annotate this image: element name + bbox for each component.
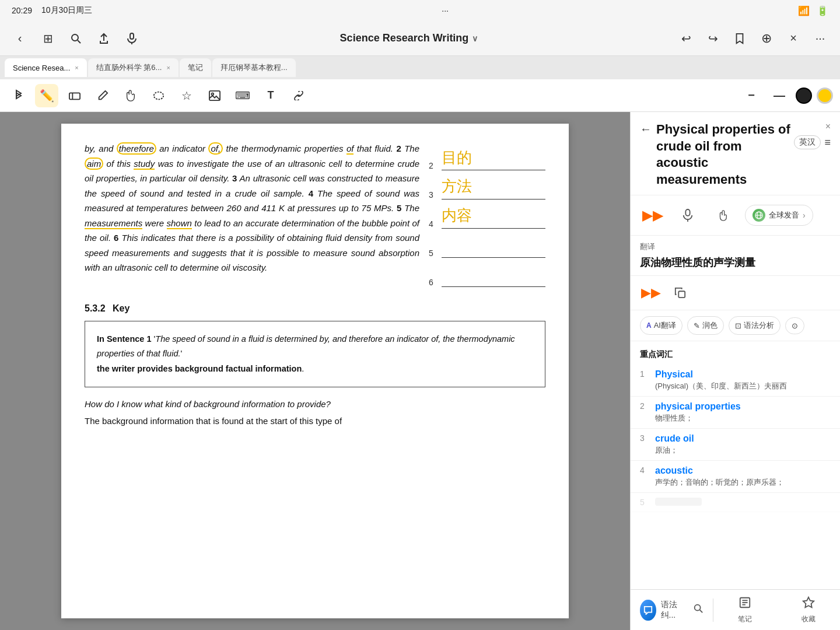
- tab-notes[interactable]: 笔记: [180, 58, 211, 77]
- tab-science-research[interactable]: Science Resea... ×: [5, 58, 87, 77]
- main-text-body: by, and therefore an indicator of, the t…: [85, 141, 419, 275]
- tab-label: 拜厄钢琴基本教程...: [220, 62, 288, 73]
- eraser-btn[interactable]: [63, 84, 86, 107]
- pen-btn[interactable]: [91, 84, 114, 107]
- svg-rect-8: [685, 209, 690, 216]
- vocab-num-3: 3: [640, 433, 649, 443]
- search-button[interactable]: [65, 28, 86, 49]
- hand-gesture-button[interactable]: [710, 202, 736, 228]
- text-thermo: the thermodynamic properties: [223, 144, 346, 153]
- vocab-meaning-3: 原油；: [655, 445, 831, 456]
- copy-translation-button[interactable]: [669, 282, 691, 304]
- svg-point-0: [72, 34, 78, 41]
- circled-aim: aim: [85, 158, 103, 170]
- underlined-study: study: [134, 159, 155, 170]
- right-panel: ← Physical properties of crude oil from …: [630, 112, 840, 630]
- top-toolbar: ‹ ⊞ Science Research Writing ∨ ↩ ↪ ⊕ × ·…: [0, 21, 840, 56]
- playback-row: ▶▶: [631, 276, 840, 310]
- date: 10月30日周三: [41, 5, 92, 16]
- vocab-word-4[interactable]: acoustic: [655, 466, 831, 476]
- ai-icon: A: [646, 321, 652, 330]
- vocab-label: 重点词汇: [631, 347, 840, 365]
- normal-para: The background information that is found…: [85, 414, 545, 429]
- color-black-btn[interactable]: [796, 88, 812, 104]
- bottom-search-area[interactable]: 语法纠...: [631, 590, 713, 630]
- vocab-num-4: 4: [640, 466, 649, 475]
- search-icon[interactable]: [693, 603, 704, 617]
- vocab-item-4[interactable]: 4 acoustic 声学的；音响的；听觉的；原声乐器；: [631, 461, 840, 493]
- tab-piano[interactable]: 拜厄钢琴基本教程...: [212, 58, 296, 77]
- text-btn[interactable]: T: [259, 84, 282, 107]
- play-translation-button[interactable]: ▶▶: [640, 282, 662, 304]
- text-by: by, and: [85, 144, 117, 153]
- vocab-word-1[interactable]: Physical: [655, 369, 831, 380]
- color-yellow-btn[interactable]: [817, 88, 833, 104]
- close-button[interactable]: ×: [783, 28, 804, 49]
- collect-label: 收藏: [802, 614, 816, 624]
- extra-feature-button[interactable]: ⊙: [785, 317, 804, 334]
- vocab-section: 重点词汇 1 Physical (Physical)（美、印度、新西兰）夫丽西 …: [631, 341, 840, 589]
- tab-close-icon[interactable]: ×: [75, 64, 78, 71]
- link-btn[interactable]: [287, 84, 310, 107]
- right-column: 2 目的 3 方法 4 内容 5: [429, 141, 545, 289]
- image-btn[interactable]: [203, 84, 226, 107]
- undo-button[interactable]: ↩: [676, 28, 696, 49]
- svg-rect-2: [130, 33, 134, 39]
- polish-button[interactable]: ✎ 润色: [687, 316, 724, 335]
- global-voice-button[interactable]: 全球发音 ›: [745, 205, 813, 226]
- underlined-shown: shown: [167, 218, 192, 229]
- global-voice-label: 全球发音: [769, 210, 799, 220]
- svg-rect-12: [678, 292, 685, 298]
- tab-close-icon[interactable]: ×: [166, 64, 170, 71]
- settings-icon[interactable]: ≡: [824, 136, 831, 149]
- minus-btn[interactable]: −: [740, 84, 763, 107]
- bookmark-button[interactable]: [729, 28, 750, 49]
- highlight-btn[interactable]: ✏️: [35, 84, 58, 107]
- tab-label: 结直肠外科学 第6...: [96, 62, 162, 73]
- document-title: Science Research Writing: [340, 32, 469, 44]
- mic-button[interactable]: [121, 28, 142, 49]
- collect-tab-button[interactable]: 收藏: [776, 590, 840, 630]
- collect-icon: [802, 596, 815, 612]
- svg-rect-3: [69, 93, 80, 99]
- key-box: In Sentence 1 'The speed of sound in a f…: [85, 321, 545, 387]
- share-button[interactable]: [93, 28, 114, 49]
- hand-btn[interactable]: [119, 84, 142, 107]
- vocab-num-2: 2: [640, 401, 649, 411]
- redo-button[interactable]: ↪: [702, 28, 723, 49]
- vocab-item-2[interactable]: 2 physical properties 物理性质；: [631, 397, 840, 429]
- play-audio-button[interactable]: ▶▶: [640, 202, 666, 228]
- note-tab-button[interactable]: 笔记: [713, 590, 777, 630]
- note-icon: [738, 596, 751, 612]
- underlined-measurements: measurements: [85, 218, 142, 229]
- vocab-word-2[interactable]: physical properties: [655, 401, 831, 412]
- add-button[interactable]: ⊕: [756, 28, 777, 49]
- panel-close-button[interactable]: ×: [825, 121, 831, 132]
- more-button[interactable]: ···: [810, 28, 831, 49]
- tab-colorectal[interactable]: 结直肠外科学 第6... ×: [88, 58, 178, 77]
- bluetooth-btn[interactable]: [7, 84, 30, 107]
- section-heading: 5.3.2 Key: [85, 303, 545, 314]
- keyboard-btn[interactable]: ⌨: [231, 84, 254, 107]
- circled-of: of,: [208, 142, 223, 155]
- pdf-viewer[interactable]: by, and therefore an indicator of, the t…: [0, 112, 630, 630]
- chevron-right-icon: ›: [803, 211, 806, 220]
- grid-button[interactable]: ⊞: [37, 28, 58, 49]
- back-button[interactable]: ‹: [9, 28, 30, 49]
- panel-title: Physical properties of crude oil from ac…: [656, 121, 794, 188]
- panel-back-button[interactable]: ←: [640, 123, 652, 136]
- chat-icon[interactable]: [640, 600, 656, 621]
- grammar-analysis-button[interactable]: ⊡ 语法分析: [729, 316, 780, 335]
- mic-record-button[interactable]: [675, 202, 701, 228]
- dash-btn[interactable]: —: [768, 84, 791, 107]
- vocab-item-3[interactable]: 3 crude oil 原油；: [631, 429, 840, 461]
- vocab-word-3[interactable]: crude oil: [655, 433, 831, 444]
- star-btn[interactable]: ☆: [175, 84, 198, 107]
- vocab-item-1[interactable]: 1 Physical (Physical)（美、印度、新西兰）夫丽西: [631, 365, 840, 397]
- grammar-icon: ⊡: [735, 321, 741, 330]
- grammar-search-label: 语法纠...: [661, 600, 685, 621]
- key-box-lead: In Sentence 1 ': [97, 334, 155, 344]
- ai-translate-button[interactable]: A AI翻译: [640, 316, 682, 335]
- lasso-btn[interactable]: [147, 84, 170, 107]
- translation-section: 翻译 原油物理性质的声学测量: [631, 236, 840, 276]
